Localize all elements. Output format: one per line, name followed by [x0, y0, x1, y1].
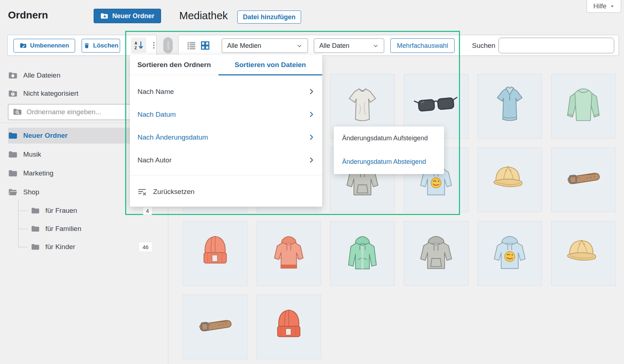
media-item-hoodie-emoji[interactable] [477, 221, 542, 286]
sort-dropdown-tabs: Sortieren den Ordnern Sortieren von Date… [130, 55, 322, 75]
media-item-belt[interactable] [183, 295, 247, 359]
rename-folder-button[interactable]: Umbenennen [13, 39, 75, 53]
sidebar-folder-fuer-familien[interactable]: für Familien [31, 221, 162, 237]
empty-grid-slot [477, 295, 542, 359]
beanie-coral-image [192, 230, 238, 277]
help-button[interactable]: Hilfe [587, 0, 621, 13]
sort-button[interactable]: A Z [131, 38, 146, 53]
folder-edit-icon [20, 42, 27, 49]
caret-down-icon [610, 4, 615, 9]
hoodie-coral-image [266, 230, 312, 277]
empty-grid-slot [330, 295, 395, 359]
menu-item-label: Nach Name [137, 88, 174, 96]
menu-item-label: Nach Autor [137, 156, 172, 164]
empty-grid-slot [551, 295, 616, 359]
media-item-zip-hoodie[interactable] [330, 221, 395, 286]
media-type-filter-value: Alle Medien [227, 42, 261, 50]
beanie-red-image [266, 304, 312, 350]
chevron-right-icon [308, 88, 315, 95]
hoodie-emoji-image [487, 230, 533, 277]
trash-icon [83, 42, 90, 49]
sidebar-item-label: Nicht kategorisiert [23, 90, 78, 98]
grid-view-button[interactable] [200, 41, 210, 50]
sunglasses-image [413, 83, 459, 129]
submenu-item-ascending[interactable]: Änderungsdatum Aufsteigend [334, 127, 444, 150]
media-item-cap[interactable] [477, 148, 542, 212]
folder-search-icon [13, 107, 22, 117]
empty-grid-slot [404, 295, 468, 359]
folder-count-badge: 4 [143, 207, 152, 215]
list-view-icon [186, 41, 196, 50]
sidebar-folder-label: Musik [23, 150, 41, 158]
chevron-right-icon [308, 111, 315, 118]
polo-shirt-image [487, 83, 533, 129]
tree-connector [18, 200, 19, 247]
belt-image [192, 304, 238, 350]
folder-count-badge: 46 [139, 242, 152, 252]
menu-item-sort-by-modified-date[interactable]: Nach Änderungsdatum [130, 126, 322, 149]
bulk-select-button[interactable]: Mehrfachauswahl [390, 38, 455, 53]
media-item-long-sleeve[interactable] [551, 74, 616, 138]
media-item-polo-shirt[interactable] [477, 74, 542, 138]
tab-sort-folders[interactable]: Sortieren den Ordnern [130, 55, 218, 75]
menu-item-reset[interactable]: Zurücksetzen [137, 182, 315, 202]
reset-filter-icon [137, 187, 147, 197]
folder-open-icon [8, 187, 18, 197]
chevron-right-icon [308, 157, 315, 164]
page-title-folders: Ordnern [8, 9, 48, 21]
media-type-filter-select[interactable]: Alle Medien [222, 38, 308, 53]
tab-sort-files[interactable]: Sortieren von Dateien [218, 55, 322, 75]
sidebar-folder-label: für Frauen [45, 207, 77, 215]
bulk-select-button-label: Mehrfachauswahl [397, 42, 448, 50]
new-folder-button[interactable]: Neuer Ordner [94, 9, 161, 23]
tree-connector [18, 211, 28, 211]
cap-image [487, 157, 533, 203]
folder-icon [8, 150, 18, 160]
more-options-button[interactable] [148, 40, 160, 51]
sidebar-item-label: Alle Dateien [23, 71, 60, 79]
delete-folder-button[interactable]: Löschen [82, 39, 120, 53]
menu-item-sort-by-author[interactable]: Nach Autor [130, 149, 322, 171]
sidebar-folder-label: für Kinder [45, 243, 75, 251]
menu-item-label: Nach Datum [137, 111, 176, 119]
cap-image [560, 230, 607, 277]
date-filter-select[interactable]: Alle Daten [314, 38, 384, 53]
submenu-item-descending[interactable]: Änderungsdatum Absteigend [334, 150, 444, 174]
folder-toolbar: Umbenennen Löschen A Z [7, 35, 157, 56]
folder-icon [31, 206, 40, 215]
folder-plus-icon [100, 12, 108, 20]
sidebar-folder-label: Neuer Ordner [23, 132, 67, 140]
folder-icon [8, 169, 18, 178]
folder-icon [31, 224, 40, 233]
media-toolbar: Alle Medien Alle Daten Mehrfachauswahl S… [178, 35, 619, 56]
menu-item-label: Nach Änderungsdatum [137, 133, 208, 141]
sort-dropdown-menu: Sortieren den Ordnern Sortieren von Date… [130, 55, 322, 207]
tshirt-image [339, 83, 386, 129]
media-search-input[interactable] [498, 38, 614, 53]
long-sleeve-image [560, 83, 607, 129]
menu-separator [130, 175, 322, 175]
menu-item-sort-by-name[interactable]: Nach Name [130, 80, 322, 103]
sidebar-folder-label: für Familien [45, 225, 81, 233]
media-item-hoodie-coral[interactable] [256, 221, 321, 286]
media-item-belt[interactable] [551, 148, 616, 212]
folder-alert-icon [8, 89, 18, 99]
add-file-button-label: Datei hinzufügen [243, 13, 296, 21]
sidebar-folder-label: Marketing [23, 169, 53, 177]
list-view-button[interactable] [186, 41, 196, 50]
menu-item-sort-by-date[interactable]: Nach Datum [130, 103, 322, 126]
media-item-cap[interactable] [551, 221, 616, 286]
folder-icon [8, 131, 18, 141]
media-item-hoodie-gray[interactable] [404, 221, 468, 286]
panel-resize-handle[interactable] [163, 37, 173, 53]
search-label: Suchen [472, 42, 495, 50]
kebab-menu-icon [149, 41, 159, 50]
chevron-down-icon [296, 43, 303, 49]
zip-hoodie-image [339, 230, 386, 277]
media-item-beanie-coral[interactable] [183, 221, 247, 286]
media-item-beanie-red[interactable] [256, 295, 321, 359]
hoodie-gray-image [413, 230, 459, 277]
reset-label: Zurücksetzen [153, 188, 194, 196]
add-file-button[interactable]: Datei hinzufügen [237, 11, 301, 24]
rename-folder-button-label: Umbenennen [30, 42, 69, 49]
